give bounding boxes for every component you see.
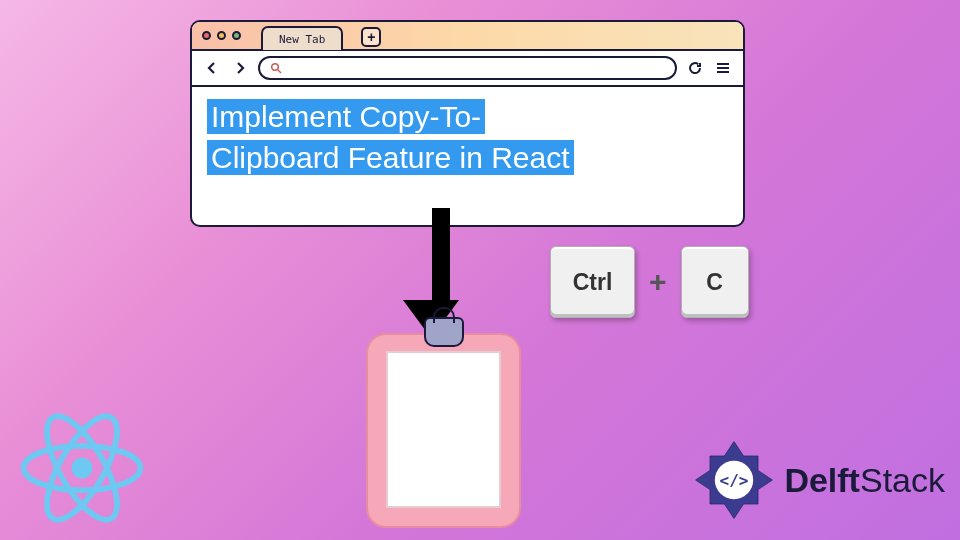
- svg-text:</>: </>: [720, 471, 749, 490]
- browser-window: New Tab + Implement Copy-To- Clipboard F…: [190, 20, 745, 227]
- selected-text-line2: Clipboard Feature in React: [207, 140, 574, 175]
- c-key: C: [681, 246, 749, 318]
- chevron-left-icon: [205, 61, 219, 75]
- hamburger-icon: [715, 60, 731, 76]
- new-tab-button[interactable]: +: [361, 27, 381, 47]
- keyboard-shortcut: Ctrl + C: [550, 246, 749, 318]
- clipboard-icon: [366, 333, 521, 528]
- delftstack-brand: </> DelftStack: [694, 440, 945, 520]
- delftstack-badge-icon: </>: [694, 440, 774, 520]
- search-icon: [270, 62, 282, 74]
- delftstack-text: DelftStack: [784, 461, 945, 500]
- menu-button[interactable]: [713, 58, 733, 78]
- maximize-dot[interactable]: [232, 31, 241, 40]
- brand-bold: Delft: [784, 461, 860, 499]
- refresh-button[interactable]: [685, 58, 705, 78]
- page-content: Implement Copy-To- Clipboard Feature in …: [192, 87, 743, 188]
- key-label: C: [706, 269, 723, 296]
- back-button[interactable]: [202, 58, 222, 78]
- refresh-icon: [687, 60, 703, 76]
- svg-point-5: [72, 458, 93, 479]
- react-logo-icon: [12, 398, 152, 538]
- chevron-right-icon: [233, 61, 247, 75]
- tab-bar: New Tab +: [192, 22, 743, 51]
- selected-text-line1: Implement Copy-To-: [207, 99, 485, 134]
- tab-label: New Tab: [279, 33, 325, 46]
- plus-icon: +: [367, 29, 375, 45]
- clipboard-clip: [424, 317, 464, 347]
- close-dot[interactable]: [202, 31, 211, 40]
- window-controls: [202, 31, 241, 40]
- minimize-dot[interactable]: [217, 31, 226, 40]
- plus-separator: +: [649, 265, 667, 299]
- tab[interactable]: New Tab: [261, 26, 343, 50]
- key-label: Ctrl: [573, 269, 613, 296]
- svg-line-1: [278, 70, 281, 73]
- ctrl-key: Ctrl: [550, 246, 635, 318]
- brand-light: Stack: [860, 461, 945, 499]
- clipboard-paper: [386, 351, 501, 508]
- svg-point-0: [272, 64, 279, 71]
- url-bar[interactable]: [258, 56, 677, 80]
- toolbar: [192, 51, 743, 87]
- forward-button[interactable]: [230, 58, 250, 78]
